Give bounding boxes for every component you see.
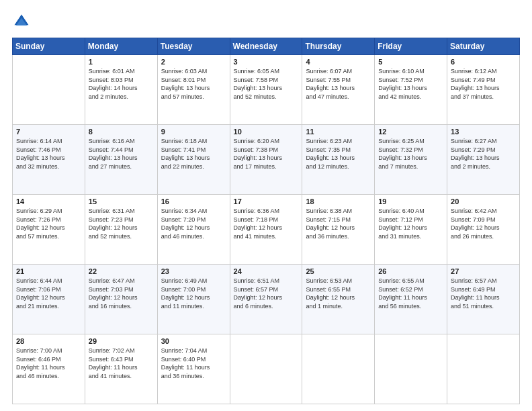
weekday-header-sunday: Sunday [13, 38, 85, 55]
logo [12, 12, 34, 31]
day-info: Sunrise: 6:14 AM Sunset: 7:46 PM Dayligh… [16, 137, 81, 171]
day-info: Sunrise: 6:57 AM Sunset: 6:49 PM Dayligh… [451, 277, 516, 310]
day-number: 24 [234, 267, 299, 275]
weekday-header-thursday: Thursday [302, 38, 375, 55]
calendar-cell-r0c4: 4Sunrise: 6:07 AM Sunset: 7:55 PM Daylig… [302, 55, 375, 125]
page: SundayMondayTuesdayWednesdayThursdayFrid… [0, 0, 532, 411]
calendar-cell-r0c0 [13, 55, 85, 125]
day-info: Sunrise: 6:36 AM Sunset: 7:18 PM Dayligh… [234, 207, 299, 240]
calendar-cell-r1c1: 8Sunrise: 6:16 AM Sunset: 7:44 PM Daylig… [85, 125, 157, 195]
day-info: Sunrise: 6:51 AM Sunset: 6:57 PM Dayligh… [234, 277, 299, 310]
calendar-cell-r2c0: 14Sunrise: 6:29 AM Sunset: 7:26 PM Dayli… [13, 195, 85, 265]
day-info: Sunrise: 6:27 AM Sunset: 7:29 PM Dayligh… [451, 137, 516, 171]
day-info: Sunrise: 6:44 AM Sunset: 7:06 PM Dayligh… [16, 277, 81, 310]
day-info: Sunrise: 6:03 AM Sunset: 8:01 PM Dayligh… [161, 67, 226, 101]
day-info: Sunrise: 7:02 AM Sunset: 6:43 PM Dayligh… [89, 347, 154, 380]
day-number: 25 [306, 267, 371, 275]
day-info: Sunrise: 6:40 AM Sunset: 7:12 PM Dayligh… [378, 207, 443, 240]
day-number: 27 [451, 267, 516, 275]
day-info: Sunrise: 6:29 AM Sunset: 7:26 PM Dayligh… [16, 207, 81, 240]
day-info: Sunrise: 6:25 AM Sunset: 7:32 PM Dayligh… [378, 137, 443, 171]
calendar-cell-r4c5 [375, 334, 447, 404]
calendar-cell-r3c6: 27Sunrise: 6:57 AM Sunset: 6:49 PM Dayli… [447, 265, 520, 334]
day-info: Sunrise: 6:20 AM Sunset: 7:38 PM Dayligh… [234, 137, 299, 171]
calendar-cell-r4c2: 30Sunrise: 7:04 AM Sunset: 6:40 PM Dayli… [157, 334, 230, 404]
day-number: 18 [306, 197, 371, 205]
calendar-cell-r1c4: 11Sunrise: 6:23 AM Sunset: 7:35 PM Dayli… [302, 125, 375, 195]
calendar-row-2: 14Sunrise: 6:29 AM Sunset: 7:26 PM Dayli… [13, 195, 520, 265]
day-number: 26 [378, 267, 443, 275]
day-number: 30 [161, 337, 226, 345]
day-number: 10 [234, 128, 299, 136]
calendar-cell-r0c1: 1Sunrise: 6:01 AM Sunset: 8:03 PM Daylig… [85, 55, 157, 125]
calendar-row-4: 28Sunrise: 7:00 AM Sunset: 6:46 PM Dayli… [13, 334, 520, 404]
calendar-row-3: 21Sunrise: 6:44 AM Sunset: 7:06 PM Dayli… [13, 265, 520, 334]
weekday-header-friday: Friday [375, 38, 447, 55]
calendar-cell-r1c6: 13Sunrise: 6:27 AM Sunset: 7:29 PM Dayli… [447, 125, 520, 195]
calendar-cell-r2c4: 18Sunrise: 6:38 AM Sunset: 7:15 PM Dayli… [302, 195, 375, 265]
weekday-header-row: SundayMondayTuesdayWednesdayThursdayFrid… [13, 38, 520, 55]
day-info: Sunrise: 6:01 AM Sunset: 8:03 PM Dayligh… [89, 67, 154, 101]
day-info: Sunrise: 7:04 AM Sunset: 6:40 PM Dayligh… [161, 347, 226, 380]
day-number: 19 [378, 197, 443, 205]
day-info: Sunrise: 6:16 AM Sunset: 7:44 PM Dayligh… [89, 137, 154, 171]
day-number: 9 [161, 128, 226, 136]
day-number: 4 [306, 58, 371, 66]
calendar-cell-r3c5: 26Sunrise: 6:55 AM Sunset: 6:52 PM Dayli… [375, 265, 447, 334]
calendar-cell-r2c1: 15Sunrise: 6:31 AM Sunset: 7:23 PM Dayli… [85, 195, 157, 265]
day-number: 20 [451, 197, 516, 205]
weekday-header-monday: Monday [85, 38, 157, 55]
day-info: Sunrise: 6:31 AM Sunset: 7:23 PM Dayligh… [89, 207, 154, 240]
day-info: Sunrise: 6:53 AM Sunset: 6:55 PM Dayligh… [306, 277, 371, 310]
day-info: Sunrise: 6:05 AM Sunset: 7:58 PM Dayligh… [234, 67, 299, 101]
weekday-header-saturday: Saturday [447, 38, 520, 55]
logo-icon [12, 12, 31, 31]
day-info: Sunrise: 6:38 AM Sunset: 7:15 PM Dayligh… [306, 207, 371, 240]
day-number: 22 [89, 267, 154, 275]
calendar-cell-r0c2: 2Sunrise: 6:03 AM Sunset: 8:01 PM Daylig… [157, 55, 230, 125]
weekday-header-tuesday: Tuesday [157, 38, 230, 55]
calendar-cell-r4c1: 29Sunrise: 7:02 AM Sunset: 6:43 PM Dayli… [85, 334, 157, 404]
calendar-cell-r4c4 [302, 334, 375, 404]
day-info: Sunrise: 6:34 AM Sunset: 7:20 PM Dayligh… [161, 207, 226, 240]
day-number: 23 [161, 267, 226, 275]
day-info: Sunrise: 6:10 AM Sunset: 7:52 PM Dayligh… [378, 67, 443, 101]
calendar-cell-r2c3: 17Sunrise: 6:36 AM Sunset: 7:18 PM Dayli… [230, 195, 302, 265]
calendar-cell-r3c3: 24Sunrise: 6:51 AM Sunset: 6:57 PM Dayli… [230, 265, 302, 334]
weekday-header-wednesday: Wednesday [230, 38, 302, 55]
calendar-cell-r3c4: 25Sunrise: 6:53 AM Sunset: 6:55 PM Dayli… [302, 265, 375, 334]
day-number: 21 [16, 267, 81, 275]
calendar-cell-r2c5: 19Sunrise: 6:40 AM Sunset: 7:12 PM Dayli… [375, 195, 447, 265]
calendar-cell-r4c3 [230, 334, 302, 404]
day-number: 8 [89, 128, 154, 136]
day-info: Sunrise: 6:42 AM Sunset: 7:09 PM Dayligh… [451, 207, 516, 240]
day-number: 29 [89, 337, 154, 345]
day-number: 13 [451, 128, 516, 136]
day-number: 1 [89, 58, 154, 66]
day-number: 16 [161, 197, 226, 205]
calendar-cell-r4c0: 28Sunrise: 7:00 AM Sunset: 6:46 PM Dayli… [13, 334, 85, 404]
day-number: 2 [161, 58, 226, 66]
calendar-cell-r0c3: 3Sunrise: 6:05 AM Sunset: 7:58 PM Daylig… [230, 55, 302, 125]
calendar-cell-r1c2: 9Sunrise: 6:18 AM Sunset: 7:41 PM Daylig… [157, 125, 230, 195]
calendar-table: SundayMondayTuesdayWednesdayThursdayFrid… [12, 38, 520, 404]
day-info: Sunrise: 6:18 AM Sunset: 7:41 PM Dayligh… [161, 137, 226, 171]
day-number: 14 [16, 197, 81, 205]
calendar-cell-r3c2: 23Sunrise: 6:49 AM Sunset: 7:00 PM Dayli… [157, 265, 230, 334]
calendar-cell-r2c6: 20Sunrise: 6:42 AM Sunset: 7:09 PM Dayli… [447, 195, 520, 265]
day-info: Sunrise: 7:00 AM Sunset: 6:46 PM Dayligh… [16, 347, 81, 380]
day-info: Sunrise: 6:12 AM Sunset: 7:49 PM Dayligh… [451, 67, 516, 101]
calendar-cell-r1c3: 10Sunrise: 6:20 AM Sunset: 7:38 PM Dayli… [230, 125, 302, 195]
calendar-cell-r0c5: 5Sunrise: 6:10 AM Sunset: 7:52 PM Daylig… [375, 55, 447, 125]
day-info: Sunrise: 6:55 AM Sunset: 6:52 PM Dayligh… [378, 277, 443, 310]
day-info: Sunrise: 6:49 AM Sunset: 7:00 PM Dayligh… [161, 277, 226, 310]
day-number: 28 [16, 337, 81, 345]
day-number: 15 [89, 197, 154, 205]
day-number: 17 [234, 197, 299, 205]
day-info: Sunrise: 6:07 AM Sunset: 7:55 PM Dayligh… [306, 67, 371, 101]
calendar-cell-r4c6 [447, 334, 520, 404]
day-number: 12 [378, 128, 443, 136]
calendar-cell-r3c1: 22Sunrise: 6:47 AM Sunset: 7:03 PM Dayli… [85, 265, 157, 334]
day-number: 11 [306, 128, 371, 136]
day-number: 6 [451, 58, 516, 66]
